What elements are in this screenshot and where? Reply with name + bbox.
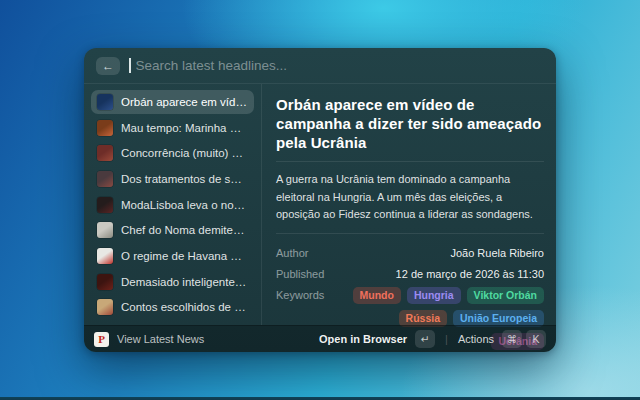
headline-list: Orbán aparece em vídeo de ca...Mau tempo… <box>84 84 262 325</box>
actions-key-group: ⌘ K <box>502 330 546 348</box>
article-thumbnail <box>97 120 113 136</box>
open-in-browser-button[interactable]: Open in Browser <box>319 333 407 345</box>
meta-row-author: Author João Ruela Ribeiro <box>276 245 544 259</box>
article-title: Orbán aparece em vídeo de campanha a diz… <box>276 95 544 152</box>
text-caret <box>129 58 131 73</box>
article-thumbnail <box>97 171 113 187</box>
article-thumbnail <box>97 145 113 161</box>
published-label: Published <box>276 266 346 280</box>
description-divider <box>276 233 544 234</box>
list-item[interactable]: Demasiado inteligentes para o n... <box>91 270 254 294</box>
footer-app-label: View Latest News <box>117 333 204 345</box>
list-item[interactable]: Chef do Noma demite-se depoi... <box>91 218 254 242</box>
list-item[interactable]: ModaLisboa leva o nome de um... <box>91 193 254 217</box>
published-value: 12 de março de 2026 às 11:30 <box>346 266 544 280</box>
article-thumbnail <box>97 94 113 110</box>
list-item-label: Contos escolhidos de Luísa Cos... <box>121 301 248 313</box>
window-content: Orbán aparece em vídeo de ca...Mau tempo… <box>84 84 556 325</box>
list-item-label: Concorrência (muito) desleal no... <box>121 147 248 159</box>
footer-separator: | <box>445 333 448 345</box>
article-thumbnail <box>97 299 113 315</box>
news-search-window: ← Orbán aparece em vídeo de ca...Mau tem… <box>84 48 556 352</box>
meta-row-published: Published 12 de março de 2026 às 11:30 <box>276 266 544 280</box>
article-thumbnail <box>97 222 113 238</box>
list-item[interactable]: Concorrência (muito) desleal no... <box>91 141 254 165</box>
list-item[interactable]: Dos tratamentos de spa a férias... <box>91 167 254 191</box>
title-divider <box>276 161 544 162</box>
keyword-tag: Hungria <box>407 287 461 304</box>
search-input[interactable] <box>136 58 545 73</box>
article-thumbnail <box>97 248 113 264</box>
list-item-label: Mau tempo: Marinha Grande ele... <box>121 122 248 134</box>
keywords-label: Keywords <box>276 287 346 301</box>
action-bar: P View Latest News Open in Browser ↵ | A… <box>84 325 556 352</box>
command-key-badge: ⌘ <box>502 330 522 348</box>
article-thumbnail <box>97 274 113 290</box>
article-thumbnail <box>97 197 113 213</box>
k-key-badge: K <box>526 330 546 348</box>
author-label: Author <box>276 245 346 259</box>
actions-button[interactable]: Actions <box>458 333 494 345</box>
list-item[interactable]: Orbán aparece em vídeo de ca... <box>91 90 254 114</box>
search-bar: ← <box>84 48 556 84</box>
back-arrow-icon: ← <box>102 59 114 73</box>
article-description: A guerra na Ucrânia tem dominado a campa… <box>276 171 544 224</box>
article-detail-pane: Orbán aparece em vídeo de campanha a diz… <box>262 84 556 325</box>
back-button[interactable]: ← <box>96 57 120 75</box>
list-item-label: ModaLisboa leva o nome de um... <box>121 199 248 211</box>
publico-app-icon: P <box>94 332 109 347</box>
list-item-label: O regime de Havana está conde... <box>121 250 248 262</box>
keyword-tag: Viktor Orbán <box>467 287 544 304</box>
list-item[interactable]: Mau tempo: Marinha Grande ele... <box>91 116 254 140</box>
author-value: João Ruela Ribeiro <box>346 245 544 259</box>
keyword-tag: Mundo <box>353 287 401 304</box>
list-item-label: Chef do Noma demite-se depoi... <box>121 224 248 236</box>
list-item[interactable]: Contos escolhidos de Luísa Cos... <box>91 295 254 319</box>
list-item[interactable]: O regime de Havana está conde... <box>91 244 254 268</box>
return-key-badge: ↵ <box>415 330 435 348</box>
list-item-label: Orbán aparece em vídeo de ca... <box>121 96 248 108</box>
list-item-label: Dos tratamentos de spa a férias... <box>121 173 248 185</box>
list-item-label: Demasiado inteligentes para o n... <box>121 276 248 288</box>
